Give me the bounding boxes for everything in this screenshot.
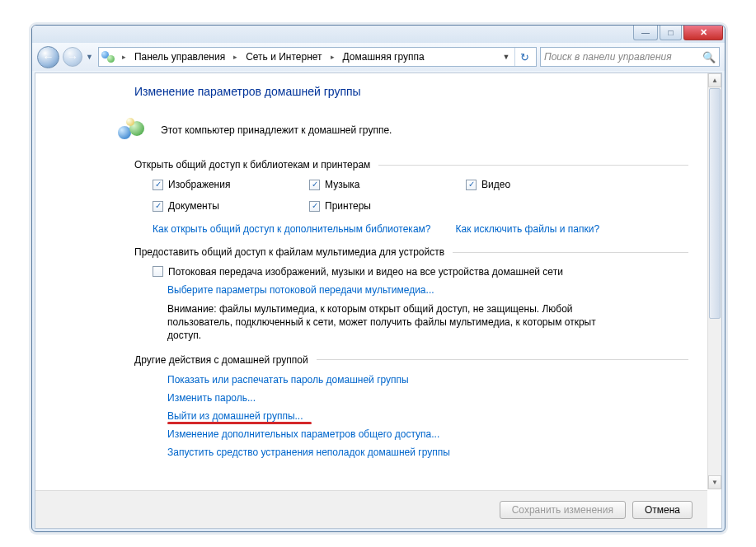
media-section-title: Предоставить общий доступ к файлам мульт… [134, 246, 688, 258]
save-button[interactable]: Сохранить изменения [500, 501, 626, 519]
link-show-password[interactable]: Показать или распечатать пароль домашней… [167, 374, 409, 386]
back-button[interactable]: ← [37, 46, 59, 68]
check-icon: ✓ [466, 180, 477, 190]
check-icon: ✓ [153, 201, 163, 212]
checkbox-video[interactable]: ✓ Видео [466, 179, 622, 190]
search-placeholder: Поиск в панели управления [544, 51, 672, 63]
history-dropdown-icon[interactable]: ▼ [86, 53, 93, 61]
checkbox-label: Принтеры [325, 200, 371, 212]
checkbox-label: Документы [168, 200, 219, 212]
checkbox-label: Видео [481, 179, 510, 190]
scroll-thumb[interactable] [709, 88, 721, 319]
intro-text: Этот компьютер принадлежит к домашней гр… [161, 124, 392, 136]
refresh-button[interactable]: ↻ [514, 48, 534, 66]
link-change-password[interactable]: Изменить пароль... [167, 392, 256, 404]
forward-button[interactable]: → [63, 47, 82, 67]
maximize-button[interactable]: □ [660, 26, 682, 40]
breadcrumb-sep-icon: ▸ [230, 53, 241, 61]
link-advanced-sharing[interactable]: Изменение дополнительных параметров обще… [167, 428, 439, 440]
navigation-bar: ← → ▼ ▸ Панель управления ▸ Сеть и Интер… [32, 43, 725, 71]
breadcrumb-homegroup[interactable]: Домашняя группа [341, 51, 426, 63]
checkbox-music[interactable]: ✓ Музыка [309, 179, 466, 190]
link-streaming-options[interactable]: Выберите параметры потоковой передачи му… [167, 284, 434, 296]
link-troubleshoot[interactable]: Запустить средство устранения неполадок … [167, 446, 450, 458]
streaming-warning-text: Внимание: файлы мультимедиа, к которым о… [167, 302, 629, 343]
checkbox-label: Потоковая передача изображений, музыки и… [168, 266, 563, 278]
libraries-section-title: Открыть общий доступ к библиотекам и при… [134, 159, 688, 171]
link-leave-homegroup[interactable]: Выйти из домашней группы... [167, 410, 303, 422]
scroll-down-button[interactable]: ▼ [708, 475, 721, 489]
checkbox-label: Музыка [325, 179, 359, 190]
checkbox-label: Изображения [168, 179, 230, 190]
breadcrumb-sep-icon: ▸ [327, 53, 338, 61]
close-button[interactable]: ✕ [683, 26, 723, 40]
breadcrumb-control-panel[interactable]: Панель управления [133, 51, 227, 63]
checkbox-images[interactable]: ✓ Изображения [153, 179, 309, 190]
page-title: Изменение параметров домашней группы [134, 85, 688, 98]
breadcrumb-sep-icon: ▸ [119, 53, 129, 61]
address-dropdown-icon[interactable]: ▼ [500, 53, 513, 61]
link-more-libraries[interactable]: Как открыть общий доступ к дополнительны… [153, 223, 430, 235]
address-bar[interactable]: ▸ Панель управления ▸ Сеть и Интернет ▸ … [98, 47, 537, 67]
check-icon: ✓ [309, 201, 320, 212]
minimize-button[interactable]: — [633, 26, 658, 40]
cancel-button[interactable]: Отмена [632, 501, 693, 519]
homegroup-large-icon [118, 118, 148, 143]
search-icon: 🔍 [702, 51, 716, 63]
homegroup-icon [101, 49, 115, 64]
link-exclude-files[interactable]: Как исключить файлы и папки? [455, 223, 599, 235]
footer-bar: Сохранить изменения Отмена [35, 490, 707, 528]
check-icon: ✓ [309, 180, 320, 190]
search-input[interactable]: Поиск в панели управления 🔍 [540, 47, 720, 67]
check-icon: ✓ [153, 180, 163, 190]
checkbox-documents[interactable]: ✓ Документы [153, 200, 309, 212]
window-titlebar: — □ ✕ [32, 26, 725, 43]
checkbox-printers[interactable]: ✓ Принтеры [309, 200, 466, 212]
checkbox-streaming[interactable]: ✓ Потоковая передача изображений, музыки… [153, 266, 688, 278]
content-pane: Изменение параметров домашней группы Это… [35, 72, 722, 529]
control-panel-window: — □ ✕ ← → ▼ ▸ Панель управления ▸ Сеть и… [31, 25, 725, 532]
other-actions-section-title: Другие действия с домашней группой [134, 354, 688, 366]
scroll-up-button[interactable]: ▲ [708, 73, 721, 87]
breadcrumb-network[interactable]: Сеть и Интернет [244, 51, 323, 63]
check-icon: ✓ [153, 266, 163, 277]
vertical-scrollbar[interactable]: ▲ ▼ [707, 73, 721, 489]
